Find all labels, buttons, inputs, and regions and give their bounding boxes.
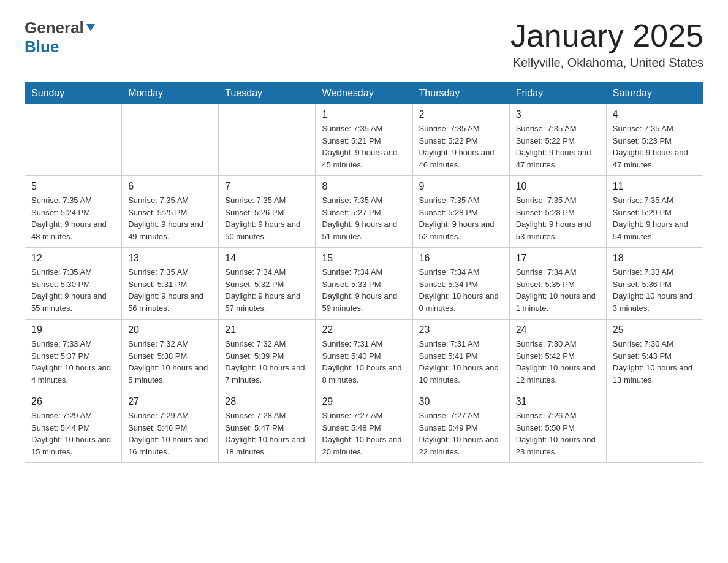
- calendar-cell: [606, 391, 703, 463]
- day-info: Sunrise: 7:35 AM Sunset: 5:22 PM Dayligh…: [516, 123, 600, 170]
- calendar-cell: 29Sunrise: 7:27 AM Sunset: 5:48 PM Dayli…: [316, 391, 412, 463]
- day-number: 24: [516, 324, 600, 335]
- day-number: 11: [613, 181, 697, 192]
- calendar-cell: 20Sunrise: 7:32 AM Sunset: 5:38 PM Dayli…: [122, 320, 219, 391]
- calendar-week-row: 5Sunrise: 7:35 AM Sunset: 5:24 PM Daylig…: [25, 176, 703, 248]
- day-info: Sunrise: 7:35 AM Sunset: 5:21 PM Dayligh…: [322, 123, 406, 170]
- day-info: Sunrise: 7:34 AM Sunset: 5:32 PM Dayligh…: [225, 266, 309, 314]
- calendar-cell: 13Sunrise: 7:35 AM Sunset: 5:31 PM Dayli…: [122, 248, 219, 320]
- calendar-cell: 24Sunrise: 7:30 AM Sunset: 5:42 PM Dayli…: [509, 320, 606, 391]
- logo-blue-text: Blue: [25, 37, 59, 56]
- day-number: 13: [128, 253, 212, 264]
- calendar-cell: 2Sunrise: 7:35 AM Sunset: 5:22 PM Daylig…: [412, 104, 509, 176]
- day-number: 14: [225, 253, 309, 264]
- day-number: 9: [419, 181, 503, 192]
- day-info: Sunrise: 7:35 AM Sunset: 5:28 PM Dayligh…: [419, 194, 503, 242]
- day-number: 19: [31, 324, 115, 335]
- day-info: Sunrise: 7:35 AM Sunset: 5:27 PM Dayligh…: [322, 194, 406, 242]
- day-of-week-header: Thursday: [412, 83, 509, 104]
- calendar-cell: 19Sunrise: 7:33 AM Sunset: 5:37 PM Dayli…: [25, 320, 122, 391]
- day-of-week-header: Sunday: [25, 83, 122, 104]
- day-info: Sunrise: 7:28 AM Sunset: 5:47 PM Dayligh…: [225, 410, 309, 458]
- calendar-cell: 1Sunrise: 7:35 AM Sunset: 5:21 PM Daylig…: [316, 104, 412, 176]
- calendar-table: SundayMondayTuesdayWednesdayThursdayFrid…: [25, 82, 703, 463]
- day-info: Sunrise: 7:33 AM Sunset: 5:37 PM Dayligh…: [31, 338, 115, 386]
- day-info: Sunrise: 7:32 AM Sunset: 5:38 PM Dayligh…: [128, 338, 212, 386]
- svg-marker-0: [86, 24, 95, 31]
- logo-triangle-icon: [85, 23, 96, 34]
- day-number: 8: [322, 181, 406, 192]
- day-info: Sunrise: 7:33 AM Sunset: 5:36 PM Dayligh…: [613, 266, 697, 314]
- calendar-cell: 23Sunrise: 7:31 AM Sunset: 5:41 PM Dayli…: [412, 320, 509, 391]
- calendar-cell: 17Sunrise: 7:34 AM Sunset: 5:35 PM Dayli…: [509, 248, 606, 320]
- day-number: 27: [128, 396, 212, 407]
- day-number: 7: [225, 181, 309, 192]
- day-info: Sunrise: 7:35 AM Sunset: 5:26 PM Dayligh…: [225, 194, 309, 242]
- calendar-cell: 15Sunrise: 7:34 AM Sunset: 5:33 PM Dayli…: [316, 248, 412, 320]
- calendar-cell: 4Sunrise: 7:35 AM Sunset: 5:23 PM Daylig…: [606, 104, 703, 176]
- day-number: 1: [322, 109, 406, 120]
- day-number: 3: [516, 109, 600, 120]
- day-info: Sunrise: 7:35 AM Sunset: 5:31 PM Dayligh…: [128, 266, 212, 314]
- day-number: 23: [419, 324, 503, 335]
- day-info: Sunrise: 7:35 AM Sunset: 5:23 PM Dayligh…: [613, 123, 697, 170]
- calendar-cell: [122, 104, 219, 176]
- day-number: 4: [613, 109, 697, 120]
- day-number: 25: [613, 324, 697, 335]
- day-number: 6: [128, 181, 212, 192]
- calendar-cell: 26Sunrise: 7:29 AM Sunset: 5:44 PM Dayli…: [25, 391, 122, 463]
- day-of-week-header: Tuesday: [219, 83, 316, 104]
- calendar-cell: 14Sunrise: 7:34 AM Sunset: 5:32 PM Dayli…: [219, 248, 316, 320]
- calendar-cell: [219, 104, 316, 176]
- day-info: Sunrise: 7:29 AM Sunset: 5:44 PM Dayligh…: [31, 410, 115, 458]
- day-number: 21: [225, 324, 309, 335]
- day-number: 28: [225, 396, 309, 407]
- calendar-week-row: 12Sunrise: 7:35 AM Sunset: 5:30 PM Dayli…: [25, 248, 703, 320]
- calendar-cell: 9Sunrise: 7:35 AM Sunset: 5:28 PM Daylig…: [412, 176, 509, 248]
- calendar-cell: 7Sunrise: 7:35 AM Sunset: 5:26 PM Daylig…: [219, 176, 316, 248]
- day-info: Sunrise: 7:32 AM Sunset: 5:39 PM Dayligh…: [225, 338, 309, 386]
- day-number: 15: [322, 253, 406, 264]
- calendar-header-row: SundayMondayTuesdayWednesdayThursdayFrid…: [25, 83, 703, 104]
- calendar-week-row: 19Sunrise: 7:33 AM Sunset: 5:37 PM Dayli…: [25, 320, 703, 391]
- calendar-cell: 30Sunrise: 7:27 AM Sunset: 5:49 PM Dayli…: [412, 391, 509, 463]
- calendar-cell: 3Sunrise: 7:35 AM Sunset: 5:22 PM Daylig…: [509, 104, 606, 176]
- day-info: Sunrise: 7:29 AM Sunset: 5:46 PM Dayligh…: [128, 410, 212, 458]
- day-number: 31: [516, 396, 600, 407]
- day-number: 5: [31, 181, 115, 192]
- calendar-cell: 11Sunrise: 7:35 AM Sunset: 5:29 PM Dayli…: [606, 176, 703, 248]
- logo: General Blue: [25, 18, 96, 56]
- calendar-cell: 21Sunrise: 7:32 AM Sunset: 5:39 PM Dayli…: [219, 320, 316, 391]
- day-info: Sunrise: 7:35 AM Sunset: 5:25 PM Dayligh…: [128, 194, 212, 242]
- day-number: 12: [31, 253, 115, 264]
- day-info: Sunrise: 7:35 AM Sunset: 5:29 PM Dayligh…: [613, 194, 697, 242]
- calendar-cell: 22Sunrise: 7:31 AM Sunset: 5:40 PM Dayli…: [316, 320, 412, 391]
- day-number: 18: [613, 253, 697, 264]
- day-number: 16: [419, 253, 503, 264]
- day-info: Sunrise: 7:27 AM Sunset: 5:48 PM Dayligh…: [322, 410, 406, 458]
- day-of-week-header: Wednesday: [316, 83, 412, 104]
- day-info: Sunrise: 7:35 AM Sunset: 5:22 PM Dayligh…: [419, 123, 503, 170]
- day-number: 30: [419, 396, 503, 407]
- day-info: Sunrise: 7:27 AM Sunset: 5:49 PM Dayligh…: [419, 410, 503, 458]
- day-number: 20: [128, 324, 212, 335]
- calendar-week-row: 1Sunrise: 7:35 AM Sunset: 5:21 PM Daylig…: [25, 104, 703, 176]
- day-of-week-header: Friday: [509, 83, 606, 104]
- calendar-cell: 8Sunrise: 7:35 AM Sunset: 5:27 PM Daylig…: [316, 176, 412, 248]
- day-info: Sunrise: 7:26 AM Sunset: 5:50 PM Dayligh…: [516, 410, 600, 458]
- calendar-cell: 6Sunrise: 7:35 AM Sunset: 5:25 PM Daylig…: [122, 176, 219, 248]
- day-info: Sunrise: 7:30 AM Sunset: 5:43 PM Dayligh…: [613, 338, 697, 386]
- day-of-week-header: Monday: [122, 83, 219, 104]
- calendar-cell: 28Sunrise: 7:28 AM Sunset: 5:47 PM Dayli…: [219, 391, 316, 463]
- calendar-cell: 12Sunrise: 7:35 AM Sunset: 5:30 PM Dayli…: [25, 248, 122, 320]
- calendar-week-row: 26Sunrise: 7:29 AM Sunset: 5:44 PM Dayli…: [25, 391, 703, 463]
- day-info: Sunrise: 7:35 AM Sunset: 5:28 PM Dayligh…: [516, 194, 600, 242]
- logo-general-text: General: [25, 18, 84, 37]
- location-title: Kellyville, Oklahoma, United States: [510, 56, 703, 70]
- header: General Blue January 2025 Kellyville, Ok…: [25, 18, 703, 70]
- day-info: Sunrise: 7:31 AM Sunset: 5:41 PM Dayligh…: [419, 338, 503, 386]
- day-info: Sunrise: 7:34 AM Sunset: 5:34 PM Dayligh…: [419, 266, 503, 314]
- title-area: January 2025 Kellyville, Oklahoma, Unite…: [510, 18, 703, 70]
- day-number: 29: [322, 396, 406, 407]
- day-of-week-header: Saturday: [606, 83, 703, 104]
